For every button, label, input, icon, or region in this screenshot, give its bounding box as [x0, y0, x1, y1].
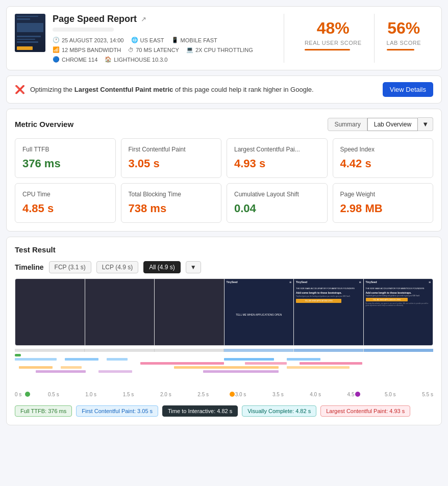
external-link-icon[interactable]: ↗: [141, 15, 146, 23]
filmstrip-frame-6: TinySeed ≡ THE B2B SAAS ACCELERATOR FOR …: [364, 279, 433, 345]
meta-cpu: 💻 2X CPU THROTTLING: [186, 46, 253, 53]
ruler-tick: 5.0 s: [385, 392, 396, 397]
fcp-timeline-button[interactable]: FCP (3.1 s): [49, 261, 91, 273]
metric-name: Total Blocking Time: [129, 191, 214, 198]
meta-location: 🌐 US EAST: [131, 37, 164, 43]
metric-card: Page Weight 2.98 MB: [333, 183, 434, 223]
metric-card: Total Blocking Time 738 ms: [121, 183, 222, 223]
all-timeline-button[interactable]: All (4.9 s): [143, 261, 181, 273]
toggle-dropdown[interactable]: ▼: [418, 117, 433, 131]
globe-icon: 🌐: [131, 37, 138, 43]
real-user-score-box: 48% REAL USER SCORE: [292, 14, 375, 63]
ruler-tick: 0.5 s: [48, 392, 59, 397]
metrics-header: Metric Overview Summary Lab Overview ▼: [15, 117, 433, 131]
timeline-header: Timeline FCP (3.1 s) LCP (4.9 s) All (4.…: [15, 261, 433, 273]
timeline-label: Timeline: [15, 263, 44, 271]
metric-name: Speed Index: [340, 146, 426, 153]
ruler-tick: 3.0 s: [235, 392, 246, 397]
ttfb-marker-dot: [25, 392, 30, 397]
header-left: Page Speed Report ↗ 🕐 25 AUGUST 2023, 14…: [15, 14, 284, 63]
header-info: Page Speed Report ↗ 🕐 25 AUGUST 2023, 14…: [53, 14, 284, 63]
alert-section: ❌ Optimizing the Largest Contentful Pain…: [6, 75, 442, 104]
view-toggle: Summary Lab Overview ▼: [328, 117, 433, 131]
real-user-score-bar: [305, 49, 350, 50]
filmstrip-frame-3: [155, 279, 225, 345]
view-details-button[interactable]: View Details: [383, 82, 433, 97]
ruler-tick: 5.5 s: [422, 392, 433, 397]
meta-date: 🕐 25 AUGUST 2023, 14:00: [53, 37, 124, 43]
warning-icon: ❌: [15, 85, 25, 94]
filmstrip: TinySeed ≡ TELL ME WHEN APPLICATIONS OPE…: [15, 278, 433, 346]
metric-value: 376 ms: [22, 157, 108, 170]
lab-score-label: LAB SCORE: [387, 40, 421, 46]
filmstrip-frame-5: TinySeed ≡ THE B2B SAAS ACCELERATOR FOR …: [294, 279, 364, 345]
wifi-icon: 📶: [53, 46, 60, 53]
metric-card: Full TTFB 376 ms: [15, 138, 116, 178]
metric-name: First Contentful Paint: [129, 146, 214, 153]
header-scores: 48% REAL USER SCORE 56% LAB SCORE: [284, 14, 433, 63]
timeline-label-item: First Contentful Paint: 3.05 s: [76, 405, 158, 417]
ruler-tick: 2.5 s: [197, 392, 209, 397]
ruler-tick: 2.0 s: [160, 392, 171, 397]
timeline-label-item: Time to Interactive: 4.82 s: [162, 405, 238, 417]
metrics-grid: Full TTFB 376 ms First Contentful Paint …: [15, 138, 433, 223]
metric-value: 4.42 s: [340, 157, 426, 170]
clock-icon: 🕐: [53, 37, 60, 43]
browser-icon: 🔵: [53, 56, 60, 63]
metrics-section: Metric Overview Summary Lab Overview ▼ F…: [6, 109, 442, 232]
meta-browser: 🔵 CHROME 114: [53, 56, 97, 63]
filmstrip-frame-1: [15, 279, 85, 345]
lab-score-bar: [387, 49, 414, 50]
summary-toggle-button[interactable]: Summary: [328, 118, 367, 131]
metric-name: Cumulative Layout Shift: [234, 191, 320, 198]
metric-card: CPU Time 4.85 s: [15, 183, 116, 223]
lcp-marker-dot: [355, 392, 360, 397]
metric-name: CPU Time: [22, 191, 108, 198]
timeline-tracks: [15, 354, 433, 385]
alert-content: ❌ Optimizing the Largest Contentful Pain…: [15, 85, 314, 94]
ruler-tick: 4.0 s: [310, 392, 321, 397]
report-title: Page Speed Report: [53, 14, 137, 24]
mobile-icon: 📱: [171, 37, 179, 43]
metric-value: 4.93 s: [234, 157, 320, 170]
filmstrip-frame-2: [85, 279, 155, 345]
timeline-label-item: Full TTFB: 376 ms: [15, 405, 72, 417]
ruler-tick: 0 s: [15, 392, 21, 397]
timeline-labels: Full TTFB: 376 msFirst Contentful Paint:…: [15, 405, 433, 417]
metric-name: Page Weight: [340, 191, 426, 198]
ruler-tick: 1.0 s: [85, 392, 96, 397]
lcp-timeline-button[interactable]: LCP (4.9 s): [96, 261, 138, 273]
timeline-label-item: Visually Complete: 4.82 s: [242, 405, 316, 417]
filmstrip-track-bars: [15, 349, 433, 352]
timeline-view-dropdown[interactable]: ▼: [186, 261, 201, 273]
test-section: Test Result Timeline FCP (3.1 s) LCP (4.…: [6, 237, 442, 425]
timer-icon: ⏱: [128, 47, 134, 53]
ruler-tick-labels: 0 s0.5 s1.0 s1.5 s2.0 s2.5 s3.0 s3.5 s4.…: [15, 392, 433, 397]
ruler-tick: 1.5 s: [123, 392, 134, 397]
lab-score-box: 56% LAB SCORE: [375, 14, 433, 63]
url-bar: [53, 28, 114, 32]
metric-name: Full TTFB: [22, 146, 108, 153]
page-thumbnail: [15, 14, 45, 52]
lab-overview-toggle-button[interactable]: Lab Overview: [367, 118, 418, 131]
metric-value: 738 ms: [129, 202, 214, 215]
meta-device: 📱 MOBILE FAST: [171, 37, 217, 43]
timeline-ruler: 0 s0.5 s1.0 s1.5 s2.0 s2.5 s3.0 s3.5 s4.…: [15, 392, 433, 397]
metric-card: Cumulative Layout Shift 0.04: [227, 183, 328, 223]
timeline-label-item: Largest Contentful Paint: 4.93 s: [320, 405, 410, 417]
header-section: Page Speed Report ↗ 🕐 25 AUGUST 2023, 14…: [6, 6, 442, 70]
cpu-icon: 💻: [186, 46, 193, 53]
metric-card: Speed Index 4.42 s: [333, 138, 434, 178]
metric-value: 4.85 s: [22, 202, 108, 215]
alert-text: Optimizing the Largest Contentful Paint …: [30, 86, 314, 93]
report-title-row: Page Speed Report ↗: [53, 14, 284, 24]
metric-value: 2.98 MB: [340, 202, 426, 215]
metric-card: Largest Contentful Pai... 4.93 s: [227, 138, 328, 178]
real-user-score-label: REAL USER SCORE: [305, 40, 362, 46]
metrics-title: Metric Overview: [15, 120, 73, 129]
meta-latency: ⏱ 70 MS LATENCY: [128, 46, 179, 53]
metric-card: First Contentful Paint 3.05 s: [121, 138, 222, 178]
lighthouse-icon: 🏠: [105, 56, 112, 63]
test-title: Test Result: [15, 245, 433, 254]
ruler-tick: 3.5 s: [272, 392, 284, 397]
